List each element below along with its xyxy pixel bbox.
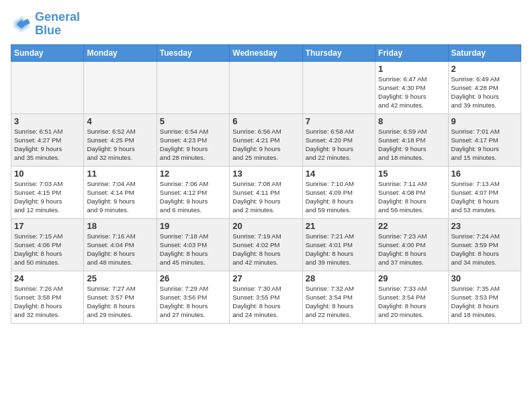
calendar-cell — [84, 61, 157, 113]
day-number: 26 — [160, 273, 226, 283]
day-info: Sunrise: 6:47 AM Sunset: 4:30 PM Dayligh… — [378, 75, 445, 110]
calendar-week-row: 1Sunrise: 6:47 AM Sunset: 4:30 PM Daylig… — [11, 61, 521, 113]
calendar-cell: 18Sunrise: 7:16 AM Sunset: 4:04 PM Dayli… — [84, 218, 157, 271]
day-info: Sunrise: 7:24 AM Sunset: 3:59 PM Dayligh… — [451, 232, 518, 267]
day-info: Sunrise: 7:04 AM Sunset: 4:14 PM Dayligh… — [87, 179, 153, 215]
day-info: Sunrise: 7:08 AM Sunset: 4:11 PM Dayligh… — [232, 179, 299, 215]
day-info: Sunrise: 7:16 AM Sunset: 4:04 PM Dayligh… — [87, 232, 153, 267]
calendar-cell — [157, 61, 229, 113]
day-number: 30 — [451, 273, 518, 283]
calendar-cell: 24Sunrise: 7:26 AM Sunset: 3:58 PM Dayli… — [11, 271, 84, 323]
day-number: 9 — [451, 116, 518, 126]
calendar-cell: 25Sunrise: 7:27 AM Sunset: 3:57 PM Dayli… — [84, 271, 157, 323]
day-number: 28 — [306, 273, 372, 283]
header-saturday: Saturday — [448, 44, 521, 61]
day-number: 19 — [160, 221, 226, 231]
day-number: 15 — [378, 169, 445, 179]
calendar-cell: 12Sunrise: 7:06 AM Sunset: 4:12 PM Dayli… — [157, 166, 229, 218]
day-info: Sunrise: 7:33 AM Sunset: 3:54 PM Dayligh… — [378, 284, 445, 320]
calendar-week-row: 24Sunrise: 7:26 AM Sunset: 3:58 PM Dayli… — [11, 271, 521, 323]
day-number: 16 — [451, 169, 518, 179]
calendar-week-row: 3Sunrise: 6:51 AM Sunset: 4:27 PM Daylig… — [11, 113, 521, 166]
day-info: Sunrise: 6:49 AM Sunset: 4:28 PM Dayligh… — [451, 75, 518, 110]
calendar-cell — [302, 61, 375, 113]
calendar-week-row: 17Sunrise: 7:15 AM Sunset: 4:06 PM Dayli… — [11, 218, 521, 271]
day-info: Sunrise: 7:30 AM Sunset: 3:55 PM Dayligh… — [232, 284, 299, 320]
calendar-cell: 23Sunrise: 7:24 AM Sunset: 3:59 PM Dayli… — [448, 218, 521, 271]
calendar-cell: 28Sunrise: 7:32 AM Sunset: 3:54 PM Dayli… — [302, 271, 375, 323]
day-number: 29 — [378, 273, 445, 283]
calendar-cell: 20Sunrise: 7:19 AM Sunset: 4:02 PM Dayli… — [230, 218, 302, 271]
page-container: General Blue Sunday Monday Tuesday Wedne… — [0, 0, 532, 329]
day-number: 21 — [306, 221, 372, 231]
day-info: Sunrise: 7:26 AM Sunset: 3:58 PM Dayligh… — [14, 284, 81, 320]
day-number: 20 — [232, 221, 299, 231]
calendar-cell: 29Sunrise: 7:33 AM Sunset: 3:54 PM Dayli… — [375, 271, 448, 323]
day-number: 6 — [232, 116, 299, 126]
calendar-cell: 27Sunrise: 7:30 AM Sunset: 3:55 PM Dayli… — [230, 271, 302, 323]
calendar-cell: 11Sunrise: 7:04 AM Sunset: 4:14 PM Dayli… — [84, 166, 157, 218]
logo: General Blue — [11, 11, 80, 38]
day-number: 7 — [306, 116, 372, 126]
calendar-cell: 17Sunrise: 7:15 AM Sunset: 4:06 PM Dayli… — [11, 218, 84, 271]
calendar-cell: 19Sunrise: 7:18 AM Sunset: 4:03 PM Dayli… — [157, 218, 229, 271]
day-number: 2 — [451, 64, 518, 74]
day-info: Sunrise: 6:58 AM Sunset: 4:20 PM Dayligh… — [306, 127, 372, 163]
calendar-cell: 6Sunrise: 6:56 AM Sunset: 4:21 PM Daylig… — [230, 113, 302, 166]
logo-icon — [11, 13, 32, 35]
calendar-cell — [230, 61, 302, 113]
calendar-cell: 5Sunrise: 6:54 AM Sunset: 4:23 PM Daylig… — [157, 113, 229, 166]
calendar-cell: 21Sunrise: 7:21 AM Sunset: 4:01 PM Dayli… — [302, 218, 375, 271]
calendar-cell: 16Sunrise: 7:13 AM Sunset: 4:07 PM Dayli… — [448, 166, 521, 218]
day-info: Sunrise: 6:59 AM Sunset: 4:18 PM Dayligh… — [378, 127, 445, 163]
day-info: Sunrise: 6:56 AM Sunset: 4:21 PM Dayligh… — [232, 127, 299, 163]
day-number: 25 — [87, 273, 153, 283]
day-number: 22 — [378, 221, 445, 231]
page-header: General Blue — [11, 11, 521, 38]
day-number: 23 — [451, 221, 518, 231]
day-number: 10 — [14, 169, 81, 179]
calendar-cell: 4Sunrise: 6:52 AM Sunset: 4:25 PM Daylig… — [84, 113, 157, 166]
day-info: Sunrise: 7:18 AM Sunset: 4:03 PM Dayligh… — [160, 232, 226, 267]
calendar-cell: 10Sunrise: 7:03 AM Sunset: 4:15 PM Dayli… — [11, 166, 84, 218]
day-info: Sunrise: 6:52 AM Sunset: 4:25 PM Dayligh… — [87, 127, 153, 163]
day-number: 5 — [160, 116, 226, 126]
weekday-header-row: Sunday Monday Tuesday Wednesday Thursday… — [11, 44, 521, 61]
calendar-cell: 30Sunrise: 7:35 AM Sunset: 3:53 PM Dayli… — [448, 271, 521, 323]
day-number: 1 — [378, 64, 445, 74]
day-info: Sunrise: 7:35 AM Sunset: 3:53 PM Dayligh… — [451, 284, 518, 320]
header-thursday: Thursday — [302, 44, 375, 61]
day-info: Sunrise: 6:51 AM Sunset: 4:27 PM Dayligh… — [14, 127, 81, 163]
day-number: 18 — [87, 221, 153, 231]
day-number: 3 — [14, 116, 81, 126]
logo-text: General Blue — [35, 11, 80, 38]
day-info: Sunrise: 7:11 AM Sunset: 4:08 PM Dayligh… — [378, 179, 445, 215]
day-number: 4 — [87, 116, 153, 126]
calendar-cell: 9Sunrise: 7:01 AM Sunset: 4:17 PM Daylig… — [448, 113, 521, 166]
calendar-cell: 8Sunrise: 6:59 AM Sunset: 4:18 PM Daylig… — [375, 113, 448, 166]
day-info: Sunrise: 7:10 AM Sunset: 4:09 PM Dayligh… — [306, 179, 372, 215]
calendar-cell — [11, 61, 84, 113]
calendar-cell: 22Sunrise: 7:23 AM Sunset: 4:00 PM Dayli… — [375, 218, 448, 271]
day-info: Sunrise: 7:23 AM Sunset: 4:00 PM Dayligh… — [378, 232, 445, 267]
day-info: Sunrise: 7:19 AM Sunset: 4:02 PM Dayligh… — [232, 232, 299, 267]
calendar-cell: 2Sunrise: 6:49 AM Sunset: 4:28 PM Daylig… — [448, 61, 521, 113]
day-info: Sunrise: 7:15 AM Sunset: 4:06 PM Dayligh… — [14, 232, 81, 267]
day-info: Sunrise: 7:21 AM Sunset: 4:01 PM Dayligh… — [306, 232, 372, 267]
header-friday: Friday — [375, 44, 448, 61]
calendar-table: Sunday Monday Tuesday Wednesday Thursday… — [11, 44, 521, 324]
day-number: 11 — [87, 169, 153, 179]
day-number: 14 — [306, 169, 372, 179]
day-number: 27 — [232, 273, 299, 283]
calendar-cell: 15Sunrise: 7:11 AM Sunset: 4:08 PM Dayli… — [375, 166, 448, 218]
calendar-week-row: 10Sunrise: 7:03 AM Sunset: 4:15 PM Dayli… — [11, 166, 521, 218]
header-monday: Monday — [84, 44, 157, 61]
day-info: Sunrise: 7:13 AM Sunset: 4:07 PM Dayligh… — [451, 179, 518, 215]
day-info: Sunrise: 7:03 AM Sunset: 4:15 PM Dayligh… — [14, 179, 81, 215]
day-number: 13 — [232, 169, 299, 179]
header-tuesday: Tuesday — [157, 44, 229, 61]
day-number: 8 — [378, 116, 445, 126]
header-sunday: Sunday — [11, 44, 84, 61]
calendar-cell: 26Sunrise: 7:29 AM Sunset: 3:56 PM Dayli… — [157, 271, 229, 323]
day-number: 12 — [160, 169, 226, 179]
